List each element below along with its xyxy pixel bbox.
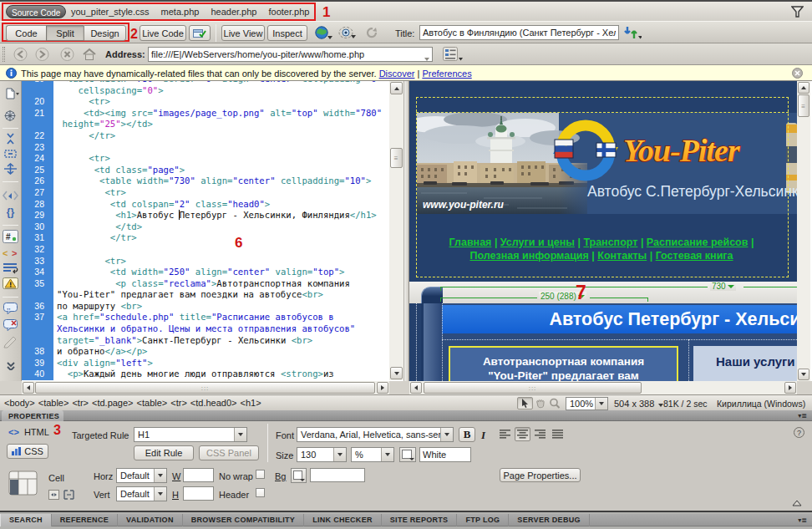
tag-selector-item[interactable]: <td.page> (92, 398, 134, 408)
design-vertical-scrollbar[interactable]: ≡ (797, 81, 810, 381)
related-file-tab[interactable]: you_piter_style.css (71, 7, 150, 17)
page-properties-button[interactable]: Page Properties... (500, 468, 581, 482)
html-mode-button[interactable]: <> HTML (8, 427, 49, 437)
scroll-up-icon[interactable] (798, 82, 809, 94)
live-code-button[interactable]: Live Code (140, 25, 186, 41)
results-tab-server-debug[interactable]: SERVER DEBUG (509, 514, 589, 526)
vert-combo[interactable]: Default (116, 486, 167, 501)
nav-link[interactable]: Гостевая книга (656, 250, 733, 262)
code-line[interactable]: <td width="250" align="center" valign="t… (57, 267, 389, 278)
cell-height-input[interactable] (183, 486, 214, 501)
stop-icon[interactable] (60, 48, 74, 61)
code-line[interactable]: <p>Каждый день многие люди отправляются … (57, 369, 389, 380)
align-justify-icon[interactable] (550, 427, 566, 441)
scroll-left-icon[interactable] (410, 382, 422, 394)
table-width-bar-730-right[interactable] (743, 287, 797, 287)
align-right-icon[interactable] (532, 427, 548, 441)
split-cell-icon[interactable] (63, 490, 74, 500)
line-numbers-icon[interactable]: # (0, 230, 21, 243)
zoom-level-combo[interactable]: 100% (566, 397, 608, 410)
code-line[interactable]: </td> (57, 221, 389, 233)
services-box[interactable]: Наши услуги (693, 346, 797, 381)
css-panel-button[interactable]: CSS Panel (199, 445, 259, 460)
related-file-tab[interactable]: meta.php (161, 7, 200, 17)
code-line[interactable] (57, 142, 389, 154)
scroll-down-icon[interactable] (390, 367, 403, 379)
select-tool-icon[interactable] (517, 397, 533, 409)
zoom-tool-icon[interactable] (549, 398, 561, 409)
code-line[interactable] (57, 244, 389, 256)
code-horizontal-scrollbar[interactable]: ::: (22, 381, 389, 394)
targeted-rule-combo[interactable]: H1 (134, 427, 247, 442)
nowrap-checkbox[interactable] (256, 470, 265, 479)
code-scrollbar-thumb[interactable]: ≡ (390, 148, 403, 168)
align-center-icon[interactable] (515, 427, 530, 441)
hand-tool-icon[interactable] (535, 398, 546, 409)
results-tab-site-reports[interactable]: SITE REPORTS (382, 514, 458, 526)
help-icon[interactable]: ? (794, 427, 804, 438)
code-hscrollbar-thumb[interactable]: ::: (35, 382, 375, 394)
tag-selector-item[interactable]: <body> (4, 398, 35, 408)
results-tab-browser-compatibility[interactable]: BROWSER COMPATIBILITY (183, 514, 304, 526)
live-view-button[interactable]: Live View (221, 25, 265, 41)
tag-selector-item[interactable]: <table> (38, 398, 69, 408)
code-line[interactable]: <h1>Автобус Петербург - Хельсинки, Финля… (57, 210, 389, 221)
code-line[interactable]: target="_blank">Санкт-Петербург - Хельси… (57, 335, 389, 347)
results-tab-validation[interactable]: VALIDATION (118, 514, 183, 526)
italic-button[interactable]: I (481, 429, 485, 442)
discover-link[interactable]: Discover (379, 69, 415, 79)
tag-selector-item[interactable]: <tr> (72, 398, 89, 408)
results-tab-reference[interactable]: REFERENCE (52, 514, 118, 526)
tag-selector-item[interactable]: <tr> (170, 398, 187, 408)
source-code-tab[interactable]: Source Code (6, 5, 66, 18)
code-line[interactable]: "You-Piter" предлагает вам поездки на ав… (57, 289, 389, 301)
preview-in-browser-icon[interactable] (315, 26, 333, 40)
table-width-menu-730[interactable]: 730 (710, 282, 736, 291)
scroll-right-icon[interactable] (784, 382, 796, 394)
code-line[interactable]: <td class="page"> (57, 165, 389, 176)
panel-menu-icon[interactable]: ▾≣ (798, 412, 807, 420)
preferences-link[interactable]: Preferences (422, 69, 471, 79)
related-file-tab[interactable]: footer.php (268, 7, 309, 17)
format-source-code-icon[interactable] (0, 337, 21, 348)
design-scrollbar-thumb[interactable]: ≡ (798, 94, 809, 117)
code-line[interactable]: <div align="left"> (57, 358, 389, 369)
open-documents-icon[interactable] (0, 88, 21, 99)
css-mode-button[interactable]: CSS (7, 444, 48, 459)
tag-selector-item[interactable]: <td.head0> (190, 398, 237, 408)
properties-tab[interactable]: PROPERTIES (2, 410, 63, 421)
text-color-input[interactable] (419, 447, 471, 462)
table-width-bar-730[interactable] (440, 287, 708, 287)
design-hscrollbar-thumb[interactable]: ::: (424, 382, 642, 394)
filter-related-files-icon[interactable] (791, 6, 804, 18)
collapse-selection-icon[interactable] (0, 148, 21, 160)
nav-link[interactable]: Расписание рейсов (647, 237, 749, 248)
highlight-invalid-code-icon[interactable]: <> (0, 248, 21, 258)
nav-link[interactable]: Полезная информация (469, 250, 588, 262)
check-browser-compatibility-button[interactable] (189, 25, 211, 41)
code-line[interactable]: </tr> (57, 130, 389, 142)
nav-link[interactable]: Главная (449, 237, 492, 248)
code-line[interactable]: по маршруту <br> (57, 301, 389, 313)
code-line[interactable]: <tr> (57, 153, 389, 165)
reclama-box[interactable]: Автотранспортная компания "You-Piter" пр… (449, 346, 678, 381)
design-view[interactable]: You-Piter Автобус С.Петербург-Хельсинки … (409, 81, 797, 381)
size-combo[interactable]: 130 (297, 447, 347, 462)
file-management-icon[interactable] (623, 26, 642, 40)
edit-rule-button[interactable]: Edit Rule (134, 445, 194, 460)
results-tab-search[interactable]: SEARCH (0, 514, 52, 526)
code-vertical-scrollbar[interactable]: ≡ (389, 81, 403, 380)
code-line[interactable]: и обратно</a></p> (57, 346, 389, 358)
size-unit-combo[interactable]: % (351, 447, 394, 462)
select-parent-tag-icon[interactable] (0, 190, 21, 201)
design-horizontal-scrollbar[interactable]: ::: (409, 381, 797, 394)
results-tab-ftp-log[interactable]: FTP LOG (457, 514, 509, 526)
cell-bg-color-swatch[interactable] (291, 468, 307, 483)
code-line[interactable]: <table width="730" align="center" cellpa… (57, 175, 389, 187)
text-color-swatch[interactable] (399, 447, 416, 462)
visual-aids-icon[interactable] (338, 26, 358, 40)
page-heading-h1[interactable]: Автобус Петербург - Хельсинки, Финляндия (442, 305, 797, 333)
header-checkbox[interactable] (256, 488, 265, 497)
align-left-icon[interactable] (497, 427, 513, 441)
scroll-right-icon[interactable] (377, 382, 388, 394)
